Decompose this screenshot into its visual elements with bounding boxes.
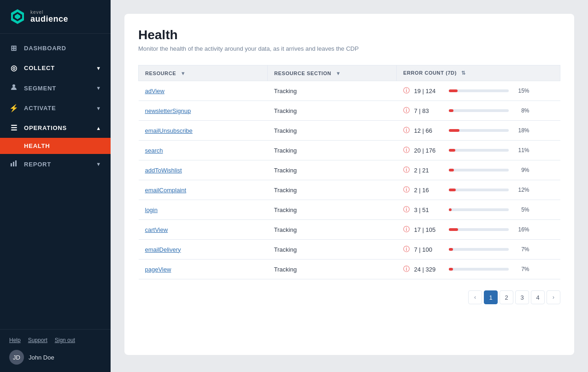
nav-item-report[interactable]: REPORT ▼	[0, 154, 111, 174]
logo-area: kevel audience	[0, 0, 111, 34]
table-row: cartView Tracking ⓘ 17 | 105 16%	[139, 220, 560, 240]
table-row: emailDelivery Tracking ⓘ 7 | 100 7%	[139, 240, 560, 260]
cell-error-1: ⓘ 7 | 83 8%	[397, 101, 560, 121]
cell-resource-8: emailDelivery	[139, 240, 268, 260]
error-bar-7	[449, 228, 509, 231]
resource-link-0[interactable]: adView	[145, 88, 165, 94]
cell-error-9: ⓘ 24 | 329 7%	[397, 260, 560, 279]
cell-section-2: Tracking	[268, 121, 397, 141]
error-icon-3: ⓘ	[403, 146, 410, 154]
resource-link-9[interactable]: pageView	[145, 266, 171, 273]
error-icon-0: ⓘ	[403, 87, 410, 95]
cell-resource-6: login	[139, 200, 268, 220]
logo-kevel-label: kevel	[30, 10, 68, 15]
table-row: emailComplaint Tracking ⓘ 2 | 16 12%	[139, 180, 560, 200]
nav-subitem-health[interactable]: Health	[0, 138, 111, 154]
error-pct-3: 11%	[513, 147, 529, 154]
error-count-7: 17 | 105	[414, 226, 444, 233]
logo-text: kevel audience	[30, 10, 68, 24]
error-bar-fill-4	[449, 169, 454, 171]
nav-label-activate: ACTIVATE	[24, 105, 56, 112]
resource-link-7[interactable]: cartView	[145, 226, 168, 233]
error-sort-icon[interactable]: ⇅	[461, 70, 466, 76]
svg-rect-5	[13, 162, 14, 166]
error-icon-8: ⓘ	[403, 245, 410, 254]
error-pct-2: 18%	[513, 127, 529, 134]
operations-icon: ☰	[9, 124, 18, 132]
resource-link-2[interactable]: emailUnsubscribe	[145, 127, 193, 134]
error-count-1: 7 | 83	[414, 107, 444, 114]
error-bar-6	[449, 208, 509, 211]
cell-resource-1: newsletterSignup	[139, 101, 268, 121]
resource-link-3[interactable]: search	[145, 147, 163, 154]
nav-label-report: REPORT	[24, 161, 51, 168]
table-row: login Tracking ⓘ 3 | 51 5%	[139, 200, 560, 220]
error-bar-1	[449, 109, 509, 112]
cell-resource-9: pageView	[139, 260, 268, 279]
error-bar-fill-3	[449, 149, 455, 152]
user-name: John Doe	[29, 354, 54, 361]
page-3-button[interactable]: 3	[515, 290, 529, 304]
nav-item-activate[interactable]: ⚡ ACTIVATE ▼	[0, 98, 111, 118]
cell-section-8: Tracking	[268, 240, 397, 260]
error-count-0: 19 | 124	[414, 88, 444, 94]
cell-section-6: Tracking	[268, 200, 397, 220]
page-card: Health Monitor the health of the activit…	[124, 14, 574, 355]
table-row: emailUnsubscribe Tracking ⓘ 12 | 66 18%	[139, 121, 560, 141]
page-2-button[interactable]: 2	[500, 290, 513, 304]
support-link[interactable]: Support	[28, 337, 47, 343]
cell-error-8: ⓘ 7 | 100 7%	[397, 240, 560, 260]
error-bar-0	[449, 89, 509, 92]
cell-error-4: ⓘ 2 | 21 9%	[397, 160, 560, 180]
resource-link-5[interactable]: emailComplaint	[145, 187, 187, 194]
table-row: adView Tracking ⓘ 19 | 124 15%	[139, 81, 560, 101]
error-count-4: 2 | 21	[414, 167, 444, 174]
sidebar: kevel audience ⊞ DASHBOARD ◎ COLLECT ▼ S…	[0, 0, 111, 372]
cell-resource-0: adView	[139, 81, 268, 101]
error-icon-9: ⓘ	[403, 265, 410, 273]
resource-link-6[interactable]: login	[145, 207, 158, 213]
cell-section-3: Tracking	[268, 141, 397, 160]
table-row: addToWishlist Tracking ⓘ 2 | 21 9%	[139, 160, 560, 180]
error-bar-fill-8	[449, 248, 453, 251]
user-avatar: JD	[9, 350, 24, 365]
page-1-button[interactable]: 1	[484, 290, 498, 304]
error-pct-1: 8%	[513, 107, 529, 114]
col-header-error: ERROR COUNT (7D) ⇅	[397, 65, 560, 81]
collect-icon: ◎	[9, 64, 18, 72]
report-chevron: ▼	[96, 161, 101, 167]
prev-page-button[interactable]: ‹	[468, 290, 482, 304]
error-bar-fill-2	[449, 129, 459, 132]
signout-link[interactable]: Sign out	[55, 337, 75, 343]
page-title: Health	[138, 28, 560, 42]
error-pct-8: 7%	[513, 246, 529, 253]
segment-chevron: ▼	[96, 85, 101, 91]
svg-point-3	[12, 84, 15, 87]
svg-rect-6	[15, 160, 17, 166]
nav-item-dashboard[interactable]: ⊞ DASHBOARD	[0, 38, 111, 58]
error-pct-7: 16%	[513, 226, 529, 233]
resource-link-4[interactable]: addToWishlist	[145, 167, 182, 174]
cell-resource-3: search	[139, 141, 268, 160]
error-bar-4	[449, 169, 509, 171]
next-page-button[interactable]: ›	[547, 290, 560, 304]
resource-link-1[interactable]: newsletterSignup	[145, 107, 191, 114]
cell-resource-7: cartView	[139, 220, 268, 240]
nav-item-collect[interactable]: ◎ COLLECT ▼	[0, 58, 111, 78]
resource-filter-icon[interactable]: ▼	[181, 71, 186, 76]
nav-item-segment[interactable]: SEGMENT ▼	[0, 78, 111, 98]
table-row: pageView Tracking ⓘ 24 | 329 7%	[139, 260, 560, 279]
cell-error-2: ⓘ 12 | 66 18%	[397, 121, 560, 141]
nav-label-segment: SEGMENT	[24, 85, 56, 92]
help-link[interactable]: Help	[9, 337, 21, 343]
resource-link-8[interactable]: emailDelivery	[145, 246, 181, 253]
error-count-3: 20 | 176	[414, 147, 444, 154]
section-filter-icon[interactable]: ▼	[336, 71, 341, 76]
page-4-button[interactable]: 4	[531, 290, 545, 304]
nav-item-operations[interactable]: ☰ OPERATIONS ▲	[0, 118, 111, 138]
collect-chevron: ▼	[96, 65, 101, 71]
error-bar-9	[449, 268, 509, 271]
nav-subitem-health-label: Health	[24, 142, 50, 149]
cell-resource-5: emailComplaint	[139, 180, 268, 200]
error-icon-1: ⓘ	[403, 106, 410, 115]
